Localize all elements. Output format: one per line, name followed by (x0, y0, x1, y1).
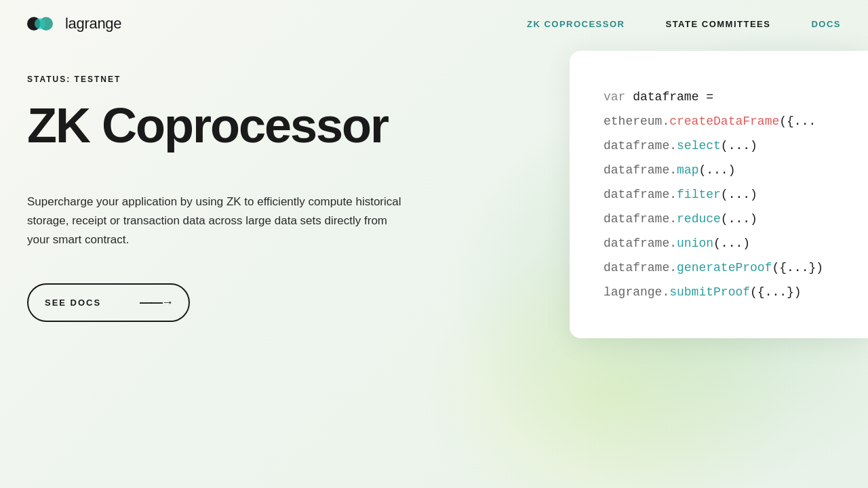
code-obj-5: dataframe. (604, 188, 677, 201)
code-method-8: generateProof (677, 261, 772, 274)
code-suffix-4: (...) (698, 163, 735, 177)
code-obj-8: dataframe. (604, 261, 677, 274)
code-suffix-6: (...) (721, 212, 757, 226)
code-obj-2: ethereum. (604, 115, 669, 128)
code-line-4: dataframe.map(...) (604, 158, 841, 182)
logo-text: lagrange (65, 15, 121, 33)
code-line-5: dataframe.filter(...) (604, 182, 841, 207)
code-method-7: union (677, 237, 713, 250)
code-suffix-3: (...) (721, 139, 757, 152)
nav-links: ZK COPROCESSOR STATE COMMITTEES DOCS (527, 19, 841, 29)
left-section: STATUS: TESTNET ZK Coprocessor Superchar… (27, 68, 434, 322)
code-block: var dataframe = ethereum.createDataFrame… (604, 85, 841, 304)
code-line-1: var dataframe = (604, 85, 841, 109)
nav-link-state-committees[interactable]: STATE COMMITTEES (665, 19, 770, 29)
status-badge: STATUS: TESTNET (27, 75, 434, 84)
see-docs-label: SEE DOCS (45, 298, 101, 308)
keyword-var: var (604, 90, 633, 104)
logo-icon (27, 14, 60, 34)
code-method-2: createDataFrame (669, 115, 779, 128)
code-method-9: submitProof (669, 285, 750, 299)
code-method-3: select (677, 139, 721, 152)
svg-point-2 (35, 18, 45, 29)
see-docs-button[interactable]: SEE DOCS ——→ (27, 283, 190, 322)
page-title: ZK Coprocessor (27, 100, 434, 152)
code-line-8: dataframe.generateProof({...}) (604, 256, 841, 280)
code-line-2: ethereum.createDataFrame({... (604, 109, 841, 134)
code-plain-1: dataframe = (633, 90, 713, 104)
code-obj-7: dataframe. (604, 237, 677, 250)
code-line-9: lagrange.submitProof({...}) (604, 280, 841, 304)
code-suffix-7: (...) (713, 237, 750, 250)
code-suffix-5: (...) (721, 188, 757, 201)
code-obj-6: dataframe. (604, 212, 677, 226)
code-obj-9: lagrange. (604, 285, 669, 299)
code-line-3: dataframe.select(...) (604, 134, 841, 158)
arrow-icon: ——→ (140, 296, 172, 310)
code-panel: var dataframe = ethereum.createDataFrame… (570, 51, 868, 338)
nav-link-docs[interactable]: DOCS (811, 19, 841, 29)
code-suffix-8: ({...}) (772, 261, 823, 274)
code-obj-4: dataframe. (604, 163, 677, 177)
logo[interactable]: lagrange (27, 14, 121, 34)
code-line-6: dataframe.reduce(...) (604, 207, 841, 231)
code-suffix-9: ({...}) (750, 285, 802, 299)
code-method-6: reduce (677, 212, 721, 226)
code-line-7: dataframe.union(...) (604, 231, 841, 256)
code-obj-3: dataframe. (604, 139, 677, 152)
code-method-5: filter (677, 188, 721, 201)
page-description: Supercharge your application by using ZK… (27, 192, 407, 249)
code-method-4: map (677, 163, 698, 177)
code-suffix-2: ({... (779, 115, 816, 128)
nav-link-zk-coprocessor[interactable]: ZK COPROCESSOR (527, 19, 625, 29)
navbar: lagrange ZK COPROCESSOR STATE COMMITTEES… (0, 0, 868, 47)
